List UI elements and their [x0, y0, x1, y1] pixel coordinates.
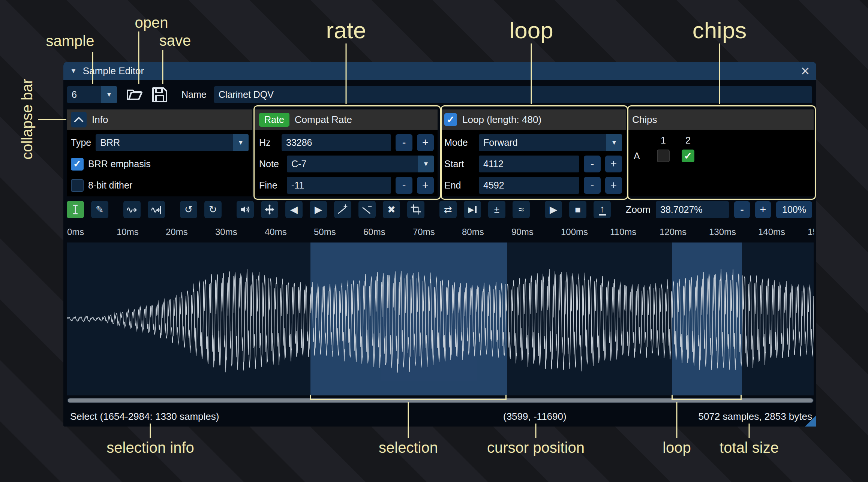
time-ruler[interactable]: 0ms 10ms 20ms 30ms 40ms 50ms 60ms 70ms 8… [67, 225, 814, 240]
total-size-text: 5072 samples, 2853 bytes [698, 411, 812, 422]
ruler-label: 110ms [610, 227, 636, 237]
import-button[interactable]: ↑ [594, 201, 611, 218]
redo-button[interactable]: ↻ [204, 201, 222, 218]
dither-checkbox[interactable] [71, 179, 84, 192]
name-input[interactable]: Clarinet DQV [214, 86, 812, 103]
annotation-line [38, 119, 66, 120]
annotation-line [138, 31, 139, 84]
close-icon[interactable]: × [801, 63, 810, 78]
ruler-label: 0ms [67, 227, 84, 237]
zoom-in-button[interactable]: + [755, 201, 771, 218]
ibeam-cursor-icon [70, 204, 81, 215]
fade-out-button[interactable] [358, 201, 376, 218]
annotation-save: save [159, 32, 191, 49]
annotation-open: open [135, 14, 168, 31]
annotation-line [719, 43, 720, 104]
filter-wave-icon: ≈ [519, 204, 524, 216]
resample-button[interactable] [148, 201, 165, 218]
speaker-icon [240, 204, 251, 215]
annotation-loop: loop [509, 17, 553, 43]
annotation-line [535, 424, 537, 438]
save-floppy-icon [151, 86, 169, 104]
annotation-collapse-bar: collapse bar [19, 79, 36, 160]
resize-button[interactable] [123, 201, 141, 218]
ruler-label: 90ms [511, 227, 534, 237]
ruler-label: 100ms [561, 227, 588, 237]
amplify-button[interactable] [237, 201, 254, 218]
annotation-line [531, 43, 532, 104]
brr-emphasis-checkbox[interactable]: ✓ [71, 158, 84, 171]
chevron-down-icon[interactable]: ▼ [101, 86, 117, 103]
collapse-bar-button[interactable] [71, 112, 87, 127]
annotation-chips-outline [627, 105, 816, 200]
redo-icon: ↻ [209, 204, 217, 216]
waveform-canvas[interactable] [67, 242, 814, 395]
ruler-label: 10ms [117, 227, 139, 237]
sign-invert-button[interactable]: ± [488, 201, 505, 218]
zoom-reset-button[interactable]: 100% [776, 201, 812, 218]
check-icon: ✓ [73, 158, 81, 170]
toolbar: ✎ ↺ ↻ ◀ ▶ ✖ ⇄ ▶ ± ≈ ▶ ■ ↑ Zoom 38.7027% … [63, 201, 816, 218]
upload-icon: ↑ [599, 204, 606, 216]
insert-silence-button[interactable]: ⇄ [439, 201, 457, 218]
annotation-line [408, 402, 409, 438]
ruler-label: 120ms [660, 227, 687, 237]
annotation-chips: chips [693, 17, 747, 43]
annotation-loop-bracket [672, 395, 742, 400]
ruler-label: 30ms [215, 227, 237, 237]
undo-button[interactable]: ↺ [180, 201, 197, 218]
info-panel: Info Type BRR ▼ ✓ BRR emphasis 8-bit dit… [67, 109, 252, 196]
sample-number-dropdown[interactable]: 6 ▼ [67, 86, 117, 103]
ruler-label: 80ms [462, 227, 484, 237]
open-folder-icon [126, 86, 144, 104]
delete-button[interactable]: ✖ [383, 201, 400, 218]
window-collapse-icon[interactable]: ▼ [70, 67, 77, 75]
name-label: Name [181, 89, 207, 100]
fade-in-button[interactable] [334, 201, 351, 218]
ruler-label: 60ms [363, 227, 385, 237]
zoom-out-button[interactable]: - [734, 201, 750, 218]
ruler-label: 20ms [166, 227, 188, 237]
ruler-label: 50ms [314, 227, 336, 237]
draw-tool-button[interactable]: ✎ [91, 201, 108, 218]
resize-wave-icon [126, 204, 138, 215]
open-button[interactable] [126, 86, 144, 103]
reverse-button[interactable]: ◀ [285, 201, 303, 218]
fade-in-icon [337, 204, 348, 215]
preview-play-button[interactable]: ▶ [545, 201, 562, 218]
delete-x-icon: ✖ [387, 204, 396, 216]
select-tool-button[interactable] [67, 201, 84, 218]
dither-label: 8-bit dither [88, 180, 132, 191]
annotation-rate: rate [326, 17, 366, 43]
chevron-down-icon[interactable]: ▼ [233, 134, 249, 151]
zoom-input[interactable]: 38.7027% [656, 201, 729, 218]
swap-arrows-icon: ⇄ [444, 204, 452, 216]
annotation-total-size: total size [720, 439, 779, 456]
status-bar: Select (1654-2984: 1330 samples) (3599, … [67, 409, 812, 424]
info-panel-title: Info [92, 114, 108, 126]
resize-grip[interactable] [805, 415, 816, 427]
preview-stop-button[interactable]: ■ [569, 201, 586, 218]
cursor-position-text: (3599, -11690) [503, 411, 567, 422]
apply-silence-button[interactable]: ▶ [464, 201, 481, 218]
save-button[interactable] [151, 86, 169, 103]
zoom-label: Zoom [626, 204, 651, 216]
invert-button[interactable]: ▶ [310, 201, 327, 218]
normalize-button[interactable] [261, 201, 278, 218]
annotation-line [346, 43, 347, 104]
chevron-up-icon [71, 112, 87, 127]
crop-icon [410, 204, 421, 215]
annotation-sample: sample [46, 33, 94, 49]
annotation-line [676, 402, 678, 438]
waveform-view[interactable] [67, 242, 814, 395]
annotation-line [150, 424, 151, 438]
filter-button[interactable]: ≈ [513, 201, 530, 218]
four-arrows-icon [264, 204, 275, 215]
trim-button[interactable] [407, 201, 424, 218]
ruler-label: 70ms [413, 227, 435, 237]
plus-minus-icon: ± [494, 204, 499, 216]
annotation-line [92, 52, 93, 84]
type-dropdown[interactable]: BRR ▼ [96, 134, 249, 151]
fade-out-icon [361, 204, 373, 215]
titlebar[interactable]: ▼ Sample Editor × [63, 62, 816, 80]
